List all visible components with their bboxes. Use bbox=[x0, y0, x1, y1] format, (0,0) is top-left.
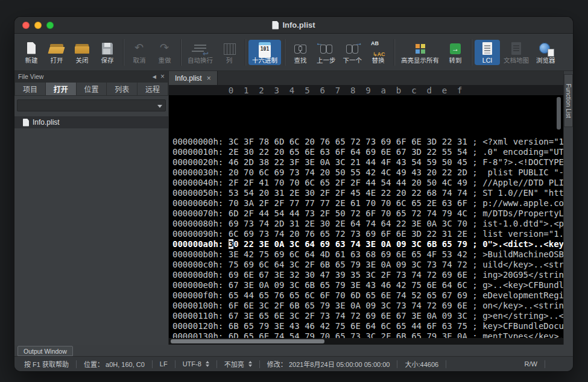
hex-row[interactable]: 00000040h: 2F 2F 41 70 70 6C 65 2F 2F 44… bbox=[172, 178, 573, 188]
hex-row[interactable]: 00000020h: 46 2D 38 22 3F 3E 0A 3C 21 44… bbox=[172, 157, 573, 168]
hex-row[interactable]: 00000070h: 6D 2F 44 54 44 73 2F 50 72 6F… bbox=[172, 208, 573, 219]
hex-row[interactable]: 00000120h: 6B 65 79 3E 43 46 42 75 6E 64… bbox=[172, 321, 573, 331]
hex-row[interactable]: 000000e0h: 67 3E 0A 09 3C 6B 65 79 3E 43… bbox=[172, 280, 573, 290]
titlebar: Info.plist bbox=[14, 17, 573, 34]
toolbar-separator bbox=[123, 39, 124, 66]
lci-button[interactable]: LCI bbox=[475, 40, 500, 65]
hex-address: 00000100h: bbox=[172, 301, 229, 310]
hex-ascii: key>CFBundleDocu bbox=[482, 321, 564, 331]
find-button[interactable]: 查找 bbox=[288, 40, 313, 65]
hex-row[interactable]: 000000d0h: 69 6E 67 3E 32 30 47 39 35 3C… bbox=[172, 270, 573, 280]
toolbar-button-label: 打开 bbox=[51, 57, 63, 64]
hex-row[interactable]: 00000030h: 20 70 6C 69 73 74 20 50 55 42… bbox=[172, 168, 573, 178]
close-window-button[interactable] bbox=[22, 22, 30, 29]
editor-tab-info-plist[interactable]: Info.plist × bbox=[169, 71, 218, 85]
zoom-window-button[interactable] bbox=[46, 22, 54, 29]
hex-ascii-separator: ; bbox=[467, 219, 482, 228]
status-help: 按 F1 获取帮助 bbox=[17, 359, 76, 369]
highlight-all-button[interactable]: 高亮显示所有 bbox=[397, 40, 443, 65]
columns-icon bbox=[220, 42, 238, 56]
hex-row[interactable]: 00000100h: 6F 6E 3C 2F 6B 65 79 3E 0A 09… bbox=[172, 301, 573, 311]
hex-ascii-separator: ; bbox=[467, 198, 482, 208]
hex-row[interactable]: 00000000h: 3C 3F 78 6D 6C 20 76 65 72 73… bbox=[172, 137, 573, 147]
redo-button[interactable]: 重做 bbox=[152, 40, 177, 65]
hex-row[interactable]: 00000010h: 2E 30 22 20 65 6E 63 6F 64 69… bbox=[172, 147, 573, 157]
hex-ascii-separator: ; bbox=[467, 301, 482, 310]
sidebar-tab-remote[interactable]: 远程 bbox=[138, 82, 168, 96]
status-encoding[interactable]: UTF-8 bbox=[175, 360, 217, 368]
sidebar-tab-location[interactable]: 位置 bbox=[77, 82, 107, 96]
hex-row[interactable]: 000000a0h: 30 22 3E 0A 3C 64 69 63 74 3E… bbox=[172, 239, 573, 249]
vertical-scrollbar-thumb[interactable] bbox=[557, 97, 561, 130]
hex-ascii-separator: ; bbox=[467, 321, 482, 331]
hex-bytes: 6C 69 73 74 20 76 65 72 73 69 6F 6E 3D 2… bbox=[229, 229, 467, 239]
dock-panel-icon[interactable]: ◀ bbox=[153, 74, 156, 80]
hex-address: 00000000h: bbox=[172, 137, 229, 146]
hex-ascii-separator: ; bbox=[467, 178, 482, 187]
toolbar-button-label: 浏览器 bbox=[536, 57, 555, 64]
hex-row[interactable]: 00000050h: 53 54 20 31 2E 30 2F 2F 45 4E… bbox=[172, 188, 573, 198]
status-encoding-label: UTF-8 bbox=[183, 360, 201, 368]
new-button[interactable]: 新建 bbox=[19, 40, 44, 65]
close-panel-icon[interactable]: × bbox=[160, 74, 165, 80]
file-list-item[interactable]: Info.plist bbox=[14, 116, 168, 128]
columns-button[interactable]: 列 bbox=[217, 40, 242, 65]
save-floppy-icon bbox=[98, 42, 116, 56]
close-button[interactable]: 关闭 bbox=[69, 40, 95, 65]
toolbar-button-label: 列 bbox=[226, 57, 233, 64]
hex-ascii: list version="1. bbox=[482, 229, 564, 239]
output-window-tab[interactable]: Output Window bbox=[17, 346, 73, 356]
function-list-label: Function List bbox=[565, 84, 572, 118]
hex-row[interactable]: 00000080h: 69 73 74 2D 31 2E 30 2E 64 74… bbox=[172, 219, 573, 229]
hex-ascii-separator: ; bbox=[467, 311, 482, 321]
hex-ascii: ST 1.0//EN" "htt bbox=[482, 188, 564, 198]
find-previous-button[interactable]: 上一步 bbox=[313, 40, 340, 65]
word-wrap-button[interactable]: 自动换行 bbox=[184, 40, 217, 65]
horizontal-scrollbar-thumb[interactable] bbox=[171, 339, 324, 343]
hex-bytes: 6F 6E 3C 2F 6B 65 79 3E 0A 09 3C 73 74 7… bbox=[229, 301, 467, 310]
save-button[interactable]: 保存 bbox=[95, 40, 120, 65]
browser-button[interactable]: 浏览器 bbox=[533, 40, 559, 65]
file-filter-dropdown[interactable] bbox=[17, 99, 166, 111]
toolbar: 新建打开关闭保存取消重做自动换行列十六进制查找上一步下一个替换高亮显示所有转到L… bbox=[14, 34, 573, 71]
hex-row[interactable]: 00000090h: 6C 69 73 74 20 76 65 72 73 69… bbox=[172, 229, 573, 239]
hex-bytes: 2F 2F 41 70 70 6C 65 2F 2F 44 54 44 20 5… bbox=[229, 178, 467, 187]
hex-bytes: 46 2D 38 22 3F 3E 0A 3C 21 44 4F 43 54 5… bbox=[229, 157, 467, 167]
function-list-tab[interactable]: Function List bbox=[564, 74, 573, 127]
undo-button[interactable]: 取消 bbox=[127, 40, 152, 65]
hex-rows[interactable]: 00000000h: 3C 3F 78 6D 6C 20 76 65 72 73… bbox=[169, 95, 573, 345]
highlight-grid-icon bbox=[411, 42, 429, 56]
statusbar-divider bbox=[545, 360, 545, 368]
hex-address: 000000d0h: bbox=[172, 270, 229, 280]
status-mode: R/W bbox=[517, 360, 545, 368]
hex-bytes: 69 73 74 2D 31 2E 30 2E 64 74 64 22 3E 0… bbox=[229, 219, 467, 228]
sidebar-tab-list[interactable]: 列表 bbox=[107, 82, 138, 96]
document-map-button[interactable]: 文档地图 bbox=[500, 40, 533, 65]
hex-row[interactable]: 00000110h: 67 3E 65 6E 3C 2F 73 74 72 69… bbox=[172, 311, 573, 321]
replace-button[interactable]: 替换 bbox=[365, 40, 391, 65]
hex-row[interactable]: 000000c0h: 75 69 6C 64 3C 2F 6B 65 79 3E… bbox=[172, 260, 573, 270]
status-line-ending-label: LF bbox=[160, 360, 168, 368]
hex-row[interactable]: 000000f0h: 65 44 65 76 65 6C 6F 70 6D 65… bbox=[172, 290, 573, 301]
hex-address: 000000b0h: bbox=[172, 249, 229, 259]
minimize-window-button[interactable] bbox=[34, 22, 42, 29]
hex-address: 000000c0h: bbox=[172, 260, 229, 269]
hex-ascii-separator: ; bbox=[467, 168, 482, 177]
goto-button[interactable]: 转到 bbox=[443, 40, 468, 65]
sidebar-tab-project[interactable]: 项目 bbox=[14, 82, 46, 96]
output-window-label: Output Window bbox=[24, 348, 67, 355]
hex-row[interactable]: 00000060h: 70 3A 2F 2F 77 77 77 2E 61 70… bbox=[172, 198, 573, 208]
open-button[interactable]: 打开 bbox=[44, 40, 69, 65]
hex-cursor: 3 bbox=[229, 239, 233, 249]
tab-close-icon[interactable]: × bbox=[207, 74, 211, 83]
hex-ascii-separator: ; bbox=[467, 157, 482, 167]
status-position-label: 位置： a0H, 160, C0 bbox=[84, 359, 145, 369]
find-next-button[interactable]: 下一个 bbox=[340, 40, 366, 65]
undo-arrow-icon bbox=[130, 42, 148, 56]
sidebar-tab-open[interactable]: 打开 bbox=[46, 82, 77, 96]
horizontal-scrollbar[interactable] bbox=[169, 338, 563, 345]
toolbar-button-label: 替换 bbox=[372, 57, 385, 64]
hex-view-button[interactable]: 十六进制 bbox=[248, 40, 281, 65]
hex-row[interactable]: 000000b0h: 3E 42 75 69 6C 64 4D 61 63 68… bbox=[172, 249, 573, 260]
status-highlight-mode[interactable]: 不加亮 bbox=[217, 359, 259, 369]
